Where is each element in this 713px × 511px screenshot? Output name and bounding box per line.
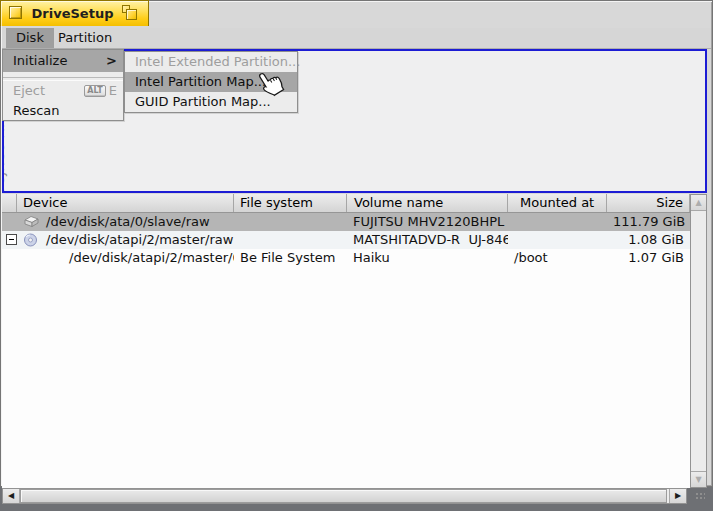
table-header: Device File system Volume name Mounted a… — [2, 194, 690, 213]
cell-mounted-at — [508, 213, 607, 231]
menu-disk[interactable]: Disk — [6, 28, 54, 48]
close-button[interactable] — [9, 6, 22, 19]
cell-device: /dev/disk/atapi/2/master/0 — [17, 249, 234, 267]
menu-item-rescan[interactable]: Rescan — [3, 101, 123, 121]
cell-file-system — [234, 213, 347, 231]
zoom-button[interactable] — [122, 5, 139, 22]
window-tab[interactable]: DriveSetup — [0, 0, 149, 26]
submenu-arrow-icon: > — [106, 50, 117, 72]
column-header-volume-name[interactable]: Volume name — [347, 194, 508, 212]
menu-item-eject: Eject ALT E — [3, 81, 123, 101]
cell-device: /dev/disk/atapi/2/master/raw — [17, 231, 234, 249]
menu-partition[interactable]: Partition — [48, 28, 122, 48]
resize-grip[interactable] — [690, 488, 707, 504]
column-header-file-system[interactable]: File system — [234, 194, 347, 212]
disk-vertical-label: FUJITSU MHV — [2, 110, 7, 192]
cell-volume-name: Haiku — [347, 249, 508, 267]
menu-item-label: Eject — [13, 83, 45, 98]
menu-item-initialize[interactable]: Initialize > — [3, 50, 123, 72]
collapse-expander-icon[interactable] — [6, 234, 17, 245]
menu-item-label: Initialize — [13, 53, 67, 68]
table-row-partition[interactable]: /dev/disk/atapi/2/master/0 Be File Syste… — [2, 249, 690, 267]
column-header-mounted-at[interactable]: Mounted at — [508, 194, 607, 212]
window-title: DriveSetup — [27, 1, 118, 26]
table-row-optical-drive[interactable]: /dev/disk/atapi/2/master/raw MATSHITADVD… — [2, 231, 690, 249]
cell-file-system — [234, 231, 347, 249]
cell-volume-name: MATSHITADVD-R UJ-846 — [347, 231, 508, 249]
scroll-up-icon[interactable]: ▲ — [691, 195, 706, 211]
menubar: Disk Partition — [2, 28, 711, 49]
cell-file-system: Be File System — [234, 249, 347, 267]
column-header-expander — [2, 194, 17, 212]
menu-item-label: Rescan — [13, 103, 60, 118]
screen: DriveSetup Disk Partition FUJITSU MHV In… — [0, 0, 713, 511]
cell-size: 1.08 GiB — [607, 231, 690, 249]
zoom-icon — [126, 9, 137, 20]
device-list: /dev/disk/ata/0/slave/raw FUJITSU MHV212… — [2, 213, 690, 488]
shortcut-letter: E — [109, 81, 117, 101]
scroll-right-icon[interactable]: ▶ — [669, 489, 686, 503]
resize-grip-dots-icon — [694, 491, 705, 501]
shortcut-hint: ALT E — [84, 81, 117, 101]
scroll-left-icon[interactable]: ◀ — [3, 489, 20, 503]
alt-keycap-icon: ALT — [84, 85, 105, 97]
cell-device: /dev/disk/ata/0/slave/raw — [17, 213, 234, 231]
cell-size: 1.07 GiB — [607, 249, 690, 267]
column-header-size[interactable]: Size — [607, 194, 690, 212]
scrollbar-thumb[interactable] — [20, 489, 667, 503]
cell-size: 111.79 GiB — [607, 213, 690, 231]
disk-menu-panel: Initialize > Eject ALT E Rescan — [2, 49, 124, 121]
cell-volume-name: FUJITSU MHV2120BHPL — [347, 213, 508, 231]
table-row-hard-disk[interactable]: /dev/disk/ata/0/slave/raw FUJITSU MHV212… — [2, 213, 690, 231]
vertical-scrollbar[interactable]: ▲ ▼ — [690, 194, 707, 488]
scroll-down-icon[interactable]: ▼ — [691, 471, 706, 487]
horizontal-scrollbar[interactable]: ◀ ▶ — [2, 488, 687, 504]
cell-mounted-at: /boot — [508, 249, 607, 267]
cell-mounted-at — [508, 231, 607, 249]
column-header-device[interactable]: Device — [17, 194, 234, 212]
